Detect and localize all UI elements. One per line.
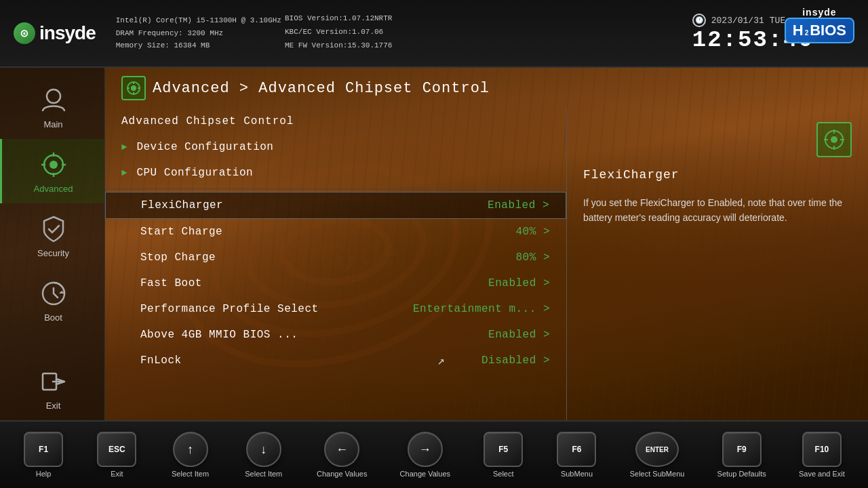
footer-key-f5[interactable]: F5 Select xyxy=(483,432,524,478)
menu-item-fast-boot[interactable]: Fast Boot Enabled > xyxy=(105,270,566,296)
footer-key-f9[interactable]: F9 Setup Defaults xyxy=(717,432,766,478)
enter-label: Select SubMenu xyxy=(630,470,685,478)
breadcrumb-icon xyxy=(121,76,146,100)
left-label: Change Values xyxy=(317,470,367,478)
main-icon xyxy=(37,84,70,117)
fnlock-label: FnLock xyxy=(121,354,481,367)
perf-profile-label: Performance Profile Select xyxy=(121,303,413,315)
main-content: Advanced > Advanced Chipset Control Adva… xyxy=(105,68,868,420)
fast-boot-label: Fast Boot xyxy=(121,277,488,289)
footer-key-right[interactable]: → Change Values xyxy=(400,432,450,478)
footer-key-f1[interactable]: F1 Help xyxy=(23,432,64,478)
sidebar-item-advanced[interactable]: Advanced xyxy=(0,139,104,203)
breadcrumb-text: Advanced > Advanced Chipset Control xyxy=(153,80,490,97)
f1-label: Help xyxy=(36,470,52,478)
footer-key-left[interactable]: ← Change Values xyxy=(317,432,367,478)
menu-panel: Advanced Chipset Control ► Device Config… xyxy=(105,108,566,420)
esc-label: Exit xyxy=(111,470,123,478)
footer-key-esc[interactable]: ESC Exit xyxy=(96,432,137,478)
footer-key-up[interactable]: ↑ Select Item xyxy=(170,432,211,478)
f1-button[interactable]: F1 xyxy=(24,432,63,467)
sidebar-advanced-label: Advanced xyxy=(34,184,73,194)
sidebar-main-label: Main xyxy=(43,119,62,129)
date-text: 2023/01/31 xyxy=(711,16,764,26)
f6-button[interactable]: F6 xyxy=(557,432,596,467)
sidebar-boot-label: Boot xyxy=(44,312,62,323)
svg-point-16 xyxy=(131,85,136,91)
content-split: Advanced Chipset Control ► Device Config… xyxy=(105,108,868,420)
sidebar-item-main[interactable]: Main xyxy=(0,75,104,139)
day-text: TUE xyxy=(770,16,785,26)
right-label: Change Values xyxy=(400,470,450,478)
down-button[interactable]: ↓ xyxy=(246,432,281,467)
menu-item-start-charge[interactable]: Start Charge 40% > xyxy=(105,219,566,245)
right-button[interactable]: → xyxy=(408,432,443,467)
f9-label: Setup Defaults xyxy=(717,470,766,478)
sidebar-item-exit[interactable]: Exit xyxy=(0,356,104,420)
left-arrow-icon: ← xyxy=(336,443,348,457)
footer-key-f10[interactable]: F10 Save and Exit xyxy=(799,432,845,478)
start-charge-value: 40% > xyxy=(515,226,550,238)
sidebar-exit-label: Exit xyxy=(46,401,61,411)
above-4gb-label: Above 4GB MMIO BIOS ... xyxy=(121,329,488,341)
h2bios-brand-text: insyde xyxy=(802,7,836,18)
menu-item-fnlock[interactable]: FnLock Disabled > ↗ xyxy=(105,348,566,373)
section-title: Advanced Chipset Control xyxy=(105,111,566,134)
footer: F1 Help ESC Exit ↑ Select Item ↓ Select … xyxy=(0,420,868,488)
menu-item-perf-profile[interactable]: Performance Profile Select Entertainment… xyxy=(105,296,566,322)
sidebar: Main Advanced Security xyxy=(0,68,105,420)
info-icon-area xyxy=(583,122,852,157)
footer-key-enter[interactable]: ENTER Select SubMenu xyxy=(630,432,685,478)
perf-profile-value: Entertainment m... > xyxy=(413,303,550,315)
h2bios-logo: insyde H2 BIOS xyxy=(785,7,854,43)
down-label: Select Item xyxy=(245,470,282,478)
exit-icon xyxy=(37,365,70,398)
enter-text: ENTER xyxy=(646,446,669,453)
fnlock-value: Disabled > xyxy=(481,354,550,367)
above-4gb-value: Enabled > xyxy=(488,329,550,341)
flexicharger-value: Enabled > xyxy=(488,199,549,211)
f5-button[interactable]: F5 xyxy=(484,432,523,467)
logo-text: insyde xyxy=(39,22,96,44)
cursor-indicator: ↗ xyxy=(437,353,445,368)
stop-charge-value: 80% > xyxy=(515,251,550,264)
flexicharger-label: FlexiCharger xyxy=(122,199,488,211)
right-arrow-icon: → xyxy=(419,443,431,457)
kbc-version: KBC/EC Version:1.07.06 xyxy=(285,26,383,39)
up-button[interactable]: ↑ xyxy=(173,432,208,467)
enter-button[interactable]: ENTER xyxy=(635,432,679,467)
h2bios-badge: H2 BIOS xyxy=(785,18,854,43)
svg-point-7 xyxy=(50,161,58,169)
menu-item-above-4gb[interactable]: Above 4GB MMIO BIOS ... Enabled > xyxy=(105,322,566,348)
info-title: FlexiCharger xyxy=(583,168,852,182)
security-icon xyxy=(37,213,70,245)
sidebar-item-boot[interactable]: Boot xyxy=(0,268,104,332)
me-version: ME FW Version:15.30.1776 xyxy=(285,39,392,52)
menu-item-device-config[interactable]: ► Device Configuration xyxy=(105,134,566,160)
info-icon xyxy=(816,122,852,157)
cpu-config-label: CPU Configuration xyxy=(136,167,550,179)
header: ⊙ insyde Intel(R) Core(TM) i5-11300H @ 3… xyxy=(0,0,868,68)
advanced-icon xyxy=(37,148,70,181)
down-arrow-icon: ↓ xyxy=(260,443,267,457)
submenu-arrow: ► xyxy=(121,142,127,152)
footer-key-f6[interactable]: F6 SubMenu xyxy=(556,432,597,478)
menu-item-cpu-config[interactable]: ► CPU Configuration xyxy=(105,160,566,186)
left-button[interactable]: ← xyxy=(324,432,359,467)
menu-item-flexicharger[interactable]: FlexiCharger Enabled > xyxy=(105,192,566,219)
up-arrow-icon: ↑ xyxy=(187,443,193,457)
f9-button[interactable]: F9 xyxy=(722,432,762,467)
menu-item-stop-charge[interactable]: Stop Charge 80% > xyxy=(105,245,566,270)
esc-button[interactable]: ESC xyxy=(97,432,136,467)
f10-label: Save and Exit xyxy=(799,470,845,478)
system-info: Intel(R) Core(TM) i5-11300H @ 3.10GHz DR… xyxy=(116,14,281,52)
device-config-label: Device Configuration xyxy=(136,141,550,153)
sidebar-item-security[interactable]: Security xyxy=(0,203,104,268)
fast-boot-value: Enabled > xyxy=(488,277,550,289)
f10-button[interactable]: F10 xyxy=(802,432,842,467)
submenu-arrow-cpu: ► xyxy=(121,167,127,178)
logo-circle: ⊙ xyxy=(14,22,35,44)
footer-key-down[interactable]: ↓ Select Item xyxy=(243,432,284,478)
up-label: Select Item xyxy=(172,470,209,478)
bios-version: BIOS Version:1.07.12NRTR xyxy=(285,12,392,25)
